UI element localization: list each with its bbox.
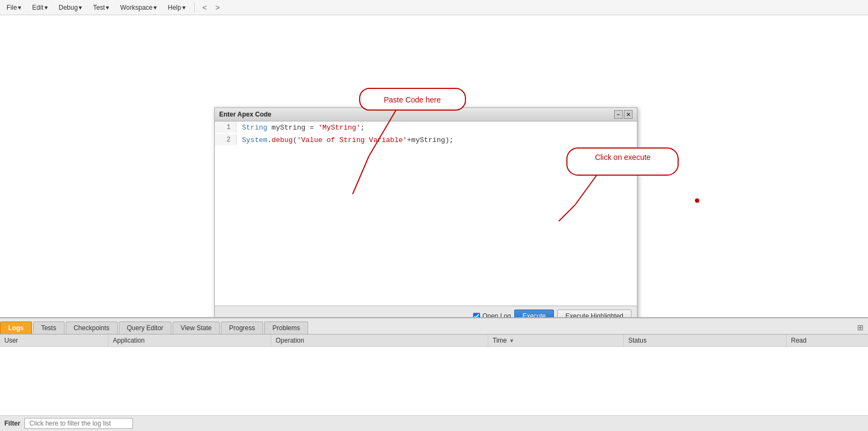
tabs-bar: Logs Tests Checkpoints Query Editor View… xyxy=(0,318,868,334)
bottom-panel: Logs Tests Checkpoints Query Editor View… xyxy=(0,317,868,431)
tab-logs[interactable]: Logs xyxy=(0,321,32,334)
filter-label: Filter xyxy=(4,420,20,427)
nav-forward-button[interactable]: > xyxy=(212,2,223,13)
menu-debug[interactable]: Debug ▾ xyxy=(54,2,86,14)
code-content-2: System.debug('Value of String Variable'+… xyxy=(237,134,637,146)
log-body xyxy=(0,347,868,415)
col-header-user: User xyxy=(0,334,108,346)
menu-help[interactable]: Help ▾ xyxy=(163,2,190,14)
tab-tests[interactable]: Tests xyxy=(33,321,65,334)
filter-input[interactable] xyxy=(24,418,133,429)
svg-text:Paste Code here: Paste Code here xyxy=(384,95,441,104)
dialog-minimize-button[interactable]: − xyxy=(614,110,623,119)
time-sort-arrow: ▼ xyxy=(509,338,514,344)
dialog-title: Enter Apex Code xyxy=(219,111,271,118)
col-header-status: Status xyxy=(624,334,787,346)
col-header-time[interactable]: Time ▼ xyxy=(488,334,624,346)
col-header-application: Application xyxy=(108,334,271,346)
panel-expand-button[interactable]: ⊞ xyxy=(853,321,868,334)
log-table-header: User Application Operation Time ▼ Status… xyxy=(0,334,868,347)
nav-back-button[interactable]: < xyxy=(199,2,210,13)
tab-progress[interactable]: Progress xyxy=(221,321,263,334)
col-header-operation: Operation xyxy=(271,334,488,346)
tab-problems[interactable]: Problems xyxy=(264,321,308,334)
menu-bar: File ▾ Edit ▾ Debug ▾ Test ▾ Workspace ▾… xyxy=(0,0,868,15)
tab-query-editor[interactable]: Query Editor xyxy=(119,321,171,334)
menu-edit[interactable]: Edit ▾ xyxy=(28,2,52,14)
main-area: Enter Apex Code − ✕ 1 String myString = … xyxy=(0,15,868,431)
code-line-2: 2 System.debug('Value of String Variable… xyxy=(215,134,637,146)
tab-view-state[interactable]: View State xyxy=(173,321,220,334)
dialog-close-button[interactable]: ✕ xyxy=(624,110,633,119)
code-line-1: 1 String myString = 'MyString'; xyxy=(215,121,637,134)
line-number-2: 2 xyxy=(215,134,237,145)
red-dot-indicator xyxy=(695,198,699,203)
col-header-read: Read xyxy=(787,334,868,346)
menu-workspace[interactable]: Workspace ▾ xyxy=(116,2,161,14)
tab-checkpoints[interactable]: Checkpoints xyxy=(66,321,118,334)
log-footer: Filter xyxy=(0,415,868,431)
dialog-titlebar: Enter Apex Code − ✕ xyxy=(215,108,637,121)
menu-file[interactable]: File ▾ xyxy=(2,2,25,14)
apex-code-dialog: Enter Apex Code − ✕ 1 String myString = … xyxy=(214,107,637,326)
dialog-title-buttons: − ✕ xyxy=(614,110,633,119)
line-number-1: 1 xyxy=(215,121,237,133)
menu-separator xyxy=(194,3,195,12)
svg-rect-0 xyxy=(360,88,465,110)
code-empty-area[interactable] xyxy=(215,146,637,276)
menu-test[interactable]: Test ▾ xyxy=(88,2,113,14)
code-content-1: String myString = 'MyString'; xyxy=(237,121,637,134)
code-editor[interactable]: 1 String myString = 'MyString'; 2 System… xyxy=(215,121,637,306)
